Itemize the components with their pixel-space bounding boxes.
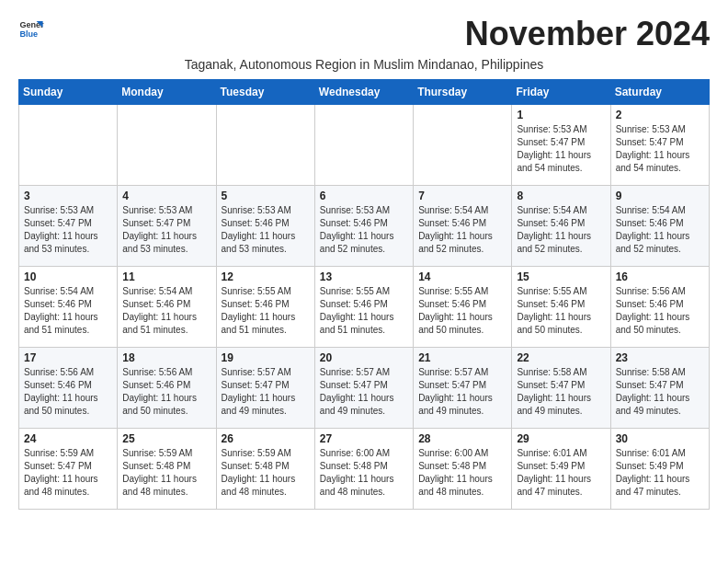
day-number: 28 <box>418 432 506 445</box>
calendar-cell <box>19 105 118 186</box>
calendar-cell: 15Sunrise: 5:55 AM Sunset: 5:46 PM Dayli… <box>512 267 610 348</box>
calendar-cell: 12Sunrise: 5:55 AM Sunset: 5:46 PM Dayli… <box>216 267 314 348</box>
column-header-wednesday: Wednesday <box>314 80 413 105</box>
calendar-week-row: 10Sunrise: 5:54 AM Sunset: 5:46 PM Dayli… <box>19 267 710 348</box>
calendar-cell: 8Sunrise: 5:54 AM Sunset: 5:46 PM Daylig… <box>512 186 610 267</box>
calendar-cell: 19Sunrise: 5:57 AM Sunset: 5:47 PM Dayli… <box>216 348 314 429</box>
day-number: 8 <box>517 190 605 202</box>
day-info: Sunrise: 5:54 AM Sunset: 5:46 PM Dayligh… <box>616 204 704 256</box>
calendar-cell: 29Sunrise: 6:01 AM Sunset: 5:49 PM Dayli… <box>512 429 610 510</box>
calendar-cell: 11Sunrise: 5:54 AM Sunset: 5:46 PM Dayli… <box>118 267 216 348</box>
column-header-friday: Friday <box>512 80 610 105</box>
calendar-cell <box>314 105 413 186</box>
page-header: General Blue November 2024 <box>18 15 710 53</box>
day-info: Sunrise: 5:55 AM Sunset: 5:46 PM Dayligh… <box>320 285 408 337</box>
day-info: Sunrise: 5:59 AM Sunset: 5:48 PM Dayligh… <box>222 447 310 499</box>
column-header-thursday: Thursday <box>414 80 512 105</box>
column-header-tuesday: Tuesday <box>216 80 314 105</box>
day-number: 12 <box>222 270 310 283</box>
day-number: 1 <box>517 109 605 121</box>
calendar-cell: 30Sunrise: 6:01 AM Sunset: 5:49 PM Dayli… <box>610 429 709 510</box>
day-info: Sunrise: 5:55 AM Sunset: 5:46 PM Dayligh… <box>418 285 506 337</box>
day-info: Sunrise: 5:54 AM Sunset: 5:46 PM Dayligh… <box>122 285 210 337</box>
logo-icon: General Blue <box>18 15 44 40</box>
day-number: 13 <box>320 270 408 283</box>
day-info: Sunrise: 5:58 AM Sunset: 5:47 PM Dayligh… <box>517 366 605 418</box>
day-number: 19 <box>222 351 310 364</box>
day-number: 26 <box>222 432 310 445</box>
calendar-cell: 4Sunrise: 5:53 AM Sunset: 5:47 PM Daylig… <box>118 186 216 267</box>
calendar-week-row: 24Sunrise: 5:59 AM Sunset: 5:47 PM Dayli… <box>19 429 710 510</box>
calendar-cell: 1Sunrise: 5:53 AM Sunset: 5:47 PM Daylig… <box>512 105 610 186</box>
day-info: Sunrise: 5:59 AM Sunset: 5:48 PM Dayligh… <box>122 447 210 499</box>
calendar-cell: 7Sunrise: 5:54 AM Sunset: 5:46 PM Daylig… <box>414 186 512 267</box>
day-number: 21 <box>418 351 506 364</box>
day-info: Sunrise: 5:56 AM Sunset: 5:46 PM Dayligh… <box>616 285 704 337</box>
day-number: 4 <box>122 190 210 202</box>
calendar-cell: 22Sunrise: 5:58 AM Sunset: 5:47 PM Dayli… <box>512 348 610 429</box>
calendar-cell: 23Sunrise: 5:58 AM Sunset: 5:47 PM Dayli… <box>610 348 709 429</box>
day-info: Sunrise: 6:01 AM Sunset: 5:49 PM Dayligh… <box>517 447 605 499</box>
calendar-cell: 3Sunrise: 5:53 AM Sunset: 5:47 PM Daylig… <box>19 186 118 267</box>
day-number: 2 <box>616 109 704 121</box>
calendar-table: SundayMondayTuesdayWednesdayThursdayFrid… <box>18 79 710 510</box>
calendar-cell: 20Sunrise: 5:57 AM Sunset: 5:47 PM Dayli… <box>314 348 413 429</box>
month-title: November 2024 <box>465 15 710 53</box>
day-info: Sunrise: 5:53 AM Sunset: 5:47 PM Dayligh… <box>517 123 605 175</box>
day-info: Sunrise: 5:54 AM Sunset: 5:46 PM Dayligh… <box>24 285 112 337</box>
svg-text:Blue: Blue <box>19 29 38 39</box>
calendar-week-row: 1Sunrise: 5:53 AM Sunset: 5:47 PM Daylig… <box>19 105 710 186</box>
calendar-week-row: 3Sunrise: 5:53 AM Sunset: 5:47 PM Daylig… <box>19 186 710 267</box>
day-number: 3 <box>24 190 112 202</box>
calendar-cell <box>414 105 512 186</box>
calendar-cell: 9Sunrise: 5:54 AM Sunset: 5:46 PM Daylig… <box>610 186 709 267</box>
day-info: Sunrise: 5:55 AM Sunset: 5:46 PM Dayligh… <box>517 285 605 337</box>
day-info: Sunrise: 5:58 AM Sunset: 5:47 PM Dayligh… <box>616 366 704 418</box>
day-number: 10 <box>24 270 112 283</box>
day-number: 7 <box>418 190 506 202</box>
calendar-cell: 21Sunrise: 5:57 AM Sunset: 5:47 PM Dayli… <box>414 348 512 429</box>
calendar-cell: 28Sunrise: 6:00 AM Sunset: 5:48 PM Dayli… <box>414 429 512 510</box>
day-info: Sunrise: 5:53 AM Sunset: 5:46 PM Dayligh… <box>222 204 310 256</box>
day-info: Sunrise: 6:01 AM Sunset: 5:49 PM Dayligh… <box>616 447 704 499</box>
day-number: 14 <box>418 270 506 283</box>
day-number: 6 <box>320 190 408 202</box>
day-info: Sunrise: 5:53 AM Sunset: 5:47 PM Dayligh… <box>24 204 112 256</box>
calendar-cell: 5Sunrise: 5:53 AM Sunset: 5:46 PM Daylig… <box>216 186 314 267</box>
day-info: Sunrise: 5:53 AM Sunset: 5:47 PM Dayligh… <box>122 204 210 256</box>
day-info: Sunrise: 6:00 AM Sunset: 5:48 PM Dayligh… <box>418 447 506 499</box>
day-number: 27 <box>320 432 408 445</box>
calendar-week-row: 17Sunrise: 5:56 AM Sunset: 5:46 PM Dayli… <box>19 348 710 429</box>
calendar-cell: 17Sunrise: 5:56 AM Sunset: 5:46 PM Dayli… <box>19 348 118 429</box>
calendar-cell: 27Sunrise: 6:00 AM Sunset: 5:48 PM Dayli… <box>314 429 413 510</box>
day-info: Sunrise: 5:56 AM Sunset: 5:46 PM Dayligh… <box>122 366 210 418</box>
column-header-monday: Monday <box>118 80 216 105</box>
calendar-cell: 6Sunrise: 5:53 AM Sunset: 5:46 PM Daylig… <box>314 186 413 267</box>
day-info: Sunrise: 5:57 AM Sunset: 5:47 PM Dayligh… <box>222 366 310 418</box>
day-info: Sunrise: 5:53 AM Sunset: 5:47 PM Dayligh… <box>616 123 704 175</box>
day-number: 24 <box>24 432 112 445</box>
day-number: 17 <box>24 351 112 364</box>
day-number: 29 <box>517 432 605 445</box>
calendar-cell: 13Sunrise: 5:55 AM Sunset: 5:46 PM Dayli… <box>314 267 413 348</box>
day-info: Sunrise: 5:57 AM Sunset: 5:47 PM Dayligh… <box>418 366 506 418</box>
calendar-cell <box>216 105 314 186</box>
day-number: 20 <box>320 351 408 364</box>
calendar-cell: 10Sunrise: 5:54 AM Sunset: 5:46 PM Dayli… <box>19 267 118 348</box>
calendar-cell: 25Sunrise: 5:59 AM Sunset: 5:48 PM Dayli… <box>118 429 216 510</box>
day-number: 30 <box>616 432 704 445</box>
calendar-header-row: SundayMondayTuesdayWednesdayThursdayFrid… <box>19 80 710 105</box>
calendar-cell: 26Sunrise: 5:59 AM Sunset: 5:48 PM Dayli… <box>216 429 314 510</box>
day-number: 22 <box>517 351 605 364</box>
calendar-cell <box>118 105 216 186</box>
day-info: Sunrise: 6:00 AM Sunset: 5:48 PM Dayligh… <box>320 447 408 499</box>
column-header-saturday: Saturday <box>610 80 709 105</box>
day-info: Sunrise: 5:53 AM Sunset: 5:46 PM Dayligh… <box>320 204 408 256</box>
day-info: Sunrise: 5:54 AM Sunset: 5:46 PM Dayligh… <box>517 204 605 256</box>
logo: General Blue <box>18 15 44 40</box>
day-info: Sunrise: 5:57 AM Sunset: 5:47 PM Dayligh… <box>320 366 408 418</box>
day-info: Sunrise: 5:54 AM Sunset: 5:46 PM Dayligh… <box>418 204 506 256</box>
day-info: Sunrise: 5:56 AM Sunset: 5:46 PM Dayligh… <box>24 366 112 418</box>
day-number: 16 <box>616 270 704 283</box>
day-number: 25 <box>122 432 210 445</box>
